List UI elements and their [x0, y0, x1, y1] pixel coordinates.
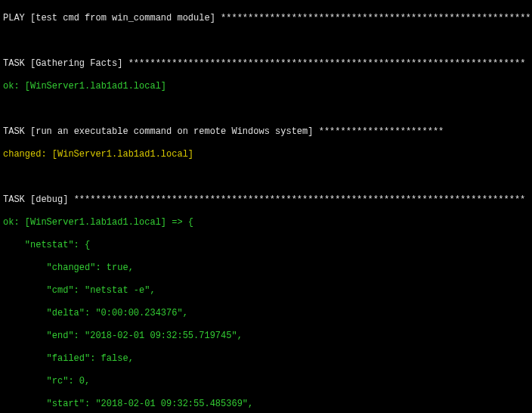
blank: [3, 36, 529, 47]
task1-header: TASK [Gathering Facts] *****************…: [3, 58, 529, 70]
debug-line: "changed": true,: [3, 262, 529, 274]
debug-line: "failed": false,: [3, 353, 529, 365]
task1-stars: ****************************************…: [128, 58, 526, 69]
task3-name: [debug]: [30, 194, 74, 205]
blank: [3, 172, 529, 183]
play-header: PLAY [test cmd from win_command module] …: [3, 13, 529, 24]
task2-result: changed: [WinServer1.lab1ad1.local]: [3, 149, 529, 160]
ansible-terminal-output: PLAY [test cmd from win_command module] …: [0, 0, 532, 413]
debug-line: "rc": 0,: [3, 376, 529, 387]
task1-name: [Gathering Facts]: [30, 58, 128, 69]
task-label: TASK: [3, 194, 30, 205]
task1-host: [WinServer1.lab1ad1.local]: [25, 81, 166, 92]
task2-stars: ***********************: [319, 126, 444, 137]
play-label: PLAY: [3, 13, 30, 23]
task2-status: changed:: [3, 149, 52, 160]
task3-result: ok: [WinServer1.lab1ad1.local] => {: [3, 217, 529, 228]
task3-host: [WinServer1.lab1ad1.local]: [25, 217, 166, 228]
task3-stars: ****************************************…: [74, 194, 526, 205]
debug-line: "start": "2018-02-01 09:32:55.485369",: [3, 399, 529, 410]
task2-header: TASK [run an executable command on remot…: [3, 126, 529, 138]
play-stars: ****************************************…: [221, 13, 532, 23]
debug-line: "netstat": {: [3, 240, 529, 251]
task-label: TASK: [3, 58, 30, 69]
task3-status: ok:: [3, 217, 25, 228]
play-name: [test cmd from win_command module]: [30, 13, 221, 23]
debug-line: "end": "2018-02-01 09:32:55.719745",: [3, 331, 529, 342]
debug-line: "cmd": "netstat -e",: [3, 285, 529, 297]
task2-name: [run an executable command on remote Win…: [30, 126, 319, 137]
task3-header: TASK [debug] ***************************…: [3, 194, 529, 206]
task1-status: ok:: [3, 81, 25, 92]
blank: [3, 104, 529, 115]
debug-line: "delta": "0:00:00.234376",: [3, 308, 529, 319]
task1-result: ok: [WinServer1.lab1ad1.local]: [3, 81, 529, 92]
task3-arrow: => {: [166, 217, 193, 228]
task-label: TASK: [3, 126, 30, 137]
task2-host: [WinServer1.lab1ad1.local]: [52, 149, 193, 160]
